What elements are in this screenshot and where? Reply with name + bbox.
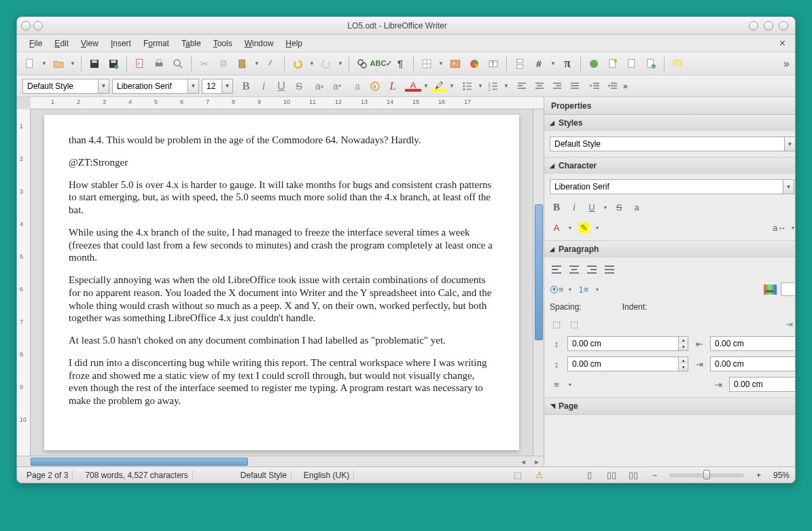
- font-size-combo[interactable]: ▼: [202, 79, 233, 94]
- bg-color-swatch[interactable]: [781, 282, 796, 296]
- save-icon[interactable]: [87, 56, 102, 71]
- undo-dropdown[interactable]: ▼: [309, 56, 315, 71]
- insert-textbox-icon[interactable]: T: [486, 56, 501, 71]
- decrease-indent-icon[interactable]: [605, 79, 620, 94]
- view-book-icon[interactable]: ▯▯: [626, 469, 640, 482]
- underline-dropdown[interactable]: ▾: [603, 200, 608, 215]
- bullet-dropdown[interactable]: ▾: [567, 282, 573, 297]
- zoom-out-icon[interactable]: −: [648, 471, 661, 480]
- scrollbar-thumb[interactable]: [31, 458, 248, 466]
- bullet-list-icon[interactable]: [460, 79, 475, 94]
- increase-spacing-icon[interactable]: ⬚: [550, 317, 563, 331]
- underline-icon[interactable]: U: [585, 200, 599, 214]
- align-justify-icon[interactable]: [567, 79, 582, 94]
- cut-icon[interactable]: ✂: [197, 56, 212, 71]
- below-spacing-icon[interactable]: ↕: [550, 357, 563, 371]
- above-spacing-icon[interactable]: ↕: [550, 337, 563, 350]
- status-style[interactable]: Default Style: [236, 471, 292, 480]
- align-center-icon[interactable]: [567, 263, 581, 276]
- menu-view[interactable]: View: [75, 37, 104, 50]
- chevron-down-icon[interactable]: ▼: [784, 137, 795, 151]
- new-doc-icon[interactable]: [22, 56, 37, 71]
- chevron-down-icon[interactable]: ▼: [98, 79, 109, 93]
- font-size-input[interactable]: [202, 79, 222, 93]
- italic-icon[interactable]: i: [256, 79, 271, 94]
- style-combo[interactable]: ▼: [550, 136, 796, 151]
- redo-icon[interactable]: [319, 56, 334, 71]
- number-dropdown[interactable]: ▼: [504, 79, 509, 94]
- after-indent-icon[interactable]: ⇥: [692, 357, 706, 371]
- open-dropdown[interactable]: ▼: [70, 56, 75, 71]
- insert-page-break-icon[interactable]: [512, 56, 527, 71]
- highlight-dropdown[interactable]: ▾: [595, 220, 600, 235]
- save-as-icon[interactable]: [106, 56, 121, 71]
- vertical-ruler[interactable]: 12345678910: [17, 109, 31, 456]
- print-icon[interactable]: [152, 56, 166, 71]
- track-changes-icon[interactable]: +: [643, 56, 658, 71]
- align-center-icon[interactable]: [532, 79, 547, 94]
- clear-format-circle-icon[interactable]: a: [368, 79, 383, 94]
- align-right-icon[interactable]: [550, 79, 565, 94]
- insert-footnote-icon[interactable]: [605, 56, 620, 71]
- font-color-icon[interactable]: A: [550, 221, 563, 234]
- view-multi-icon[interactable]: ▯▯: [605, 469, 618, 482]
- bg-color-icon[interactable]: ▬: [763, 282, 777, 296]
- table-dropdown[interactable]: ▼: [438, 56, 444, 71]
- insert-bookmark-icon[interactable]: [624, 56, 639, 71]
- close-button[interactable]: [779, 21, 788, 31]
- increase-indent-icon[interactable]: ⇥: [782, 317, 796, 331]
- insert-comment-icon[interactable]: [670, 56, 685, 71]
- menu-edit[interactable]: Edit: [49, 37, 74, 50]
- zoom-slider[interactable]: [669, 473, 744, 477]
- first-line-spinner[interactable]: ▴▾: [729, 377, 796, 392]
- horizontal-ruler[interactable]: 1234567891011121314151617: [31, 97, 544, 109]
- insert-hyperlink-icon[interactable]: [586, 56, 601, 71]
- font-color-icon[interactable]: A: [406, 79, 421, 94]
- number-list-icon[interactable]: 1≡: [577, 282, 590, 296]
- char-spacing-icon[interactable]: a↔: [773, 221, 786, 234]
- copy-icon[interactable]: ⧉: [216, 56, 231, 71]
- document-close-icon[interactable]: ×: [777, 37, 788, 50]
- italic-icon[interactable]: i: [567, 200, 581, 214]
- clear-direct-format-icon[interactable]: L: [385, 79, 400, 94]
- view-single-icon[interactable]: ▯: [583, 469, 597, 482]
- bullet-list-icon[interactable]: ⦿≡: [550, 282, 563, 296]
- align-justify-icon[interactable]: [603, 263, 616, 276]
- after-indent-spinner[interactable]: ▴▾: [710, 356, 796, 371]
- document-page[interactable]: than 4.4. This would be problem in the a…: [44, 115, 519, 450]
- zoom-in-icon[interactable]: +: [752, 471, 765, 480]
- zoom-percent[interactable]: 95%: [773, 471, 790, 480]
- style-input[interactable]: [550, 137, 784, 151]
- menu-window[interactable]: Window: [239, 37, 279, 50]
- section-character-header[interactable]: ◢Character: [544, 158, 796, 174]
- font-color-dropdown[interactable]: ▾: [567, 220, 573, 235]
- strikethrough-icon[interactable]: S: [612, 200, 626, 214]
- chevron-down-icon[interactable]: ▼: [783, 180, 794, 194]
- line-spacing-dropdown[interactable]: ▾: [567, 377, 573, 392]
- horizontal-scrollbar[interactable]: ◂ ▸: [17, 456, 544, 466]
- chevron-down-icon[interactable]: ▼: [188, 79, 198, 93]
- first-line-indent-icon[interactable]: ⇥: [711, 378, 725, 391]
- print-preview-icon[interactable]: [171, 56, 186, 71]
- below-spacing-spinner[interactable]: ▴▾: [567, 356, 688, 371]
- menu-help[interactable]: Help: [280, 37, 308, 50]
- align-left-icon[interactable]: [550, 263, 563, 276]
- export-pdf-icon[interactable]: P: [133, 56, 147, 71]
- insert-mode-icon[interactable]: ⬚: [511, 469, 525, 482]
- highlight-icon[interactable]: ✎: [577, 221, 590, 234]
- bold-icon[interactable]: B: [239, 79, 253, 94]
- align-left-icon[interactable]: [514, 79, 529, 94]
- status-language[interactable]: English (UK): [300, 471, 354, 480]
- font-name-combo[interactable]: ▼: [112, 79, 199, 94]
- chevron-down-icon[interactable]: ▼: [222, 79, 232, 93]
- insert-table-icon[interactable]: [419, 56, 434, 71]
- paragraph-style-combo[interactable]: ▼: [22, 79, 109, 94]
- font-name-input[interactable]: [113, 79, 188, 93]
- menu-tools[interactable]: Tools: [208, 37, 238, 50]
- maximize-button[interactable]: [764, 21, 773, 31]
- redo-dropdown[interactable]: ▼: [338, 56, 343, 71]
- before-indent-spinner[interactable]: ▴▾: [710, 336, 796, 351]
- highlight-icon[interactable]: 🖍: [431, 79, 446, 94]
- number-list-icon[interactable]: 123: [486, 79, 501, 94]
- open-icon[interactable]: [51, 56, 66, 71]
